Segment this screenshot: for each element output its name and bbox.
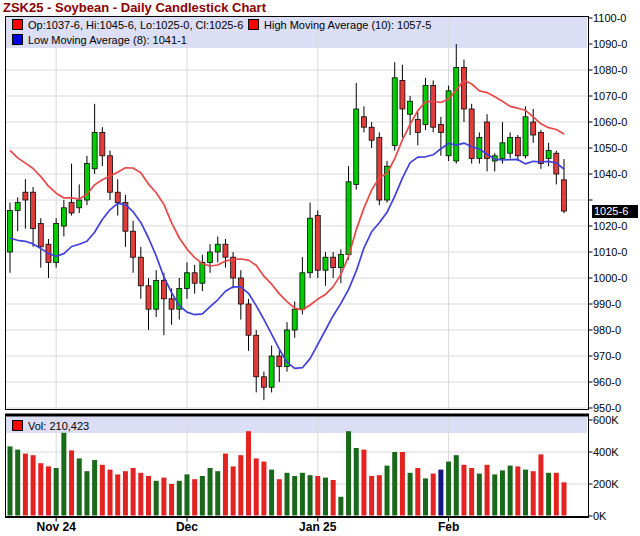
volume-bar	[238, 455, 243, 515]
volume-bar	[385, 466, 390, 516]
ohlc-legend-swatch-icon	[12, 19, 23, 30]
volume-bar	[377, 475, 382, 515]
price-axis-label: 1100-0	[593, 12, 626, 24]
volume-bar	[123, 471, 128, 515]
volume-bar	[392, 452, 397, 516]
volume-bar	[492, 474, 497, 515]
candle-up	[15, 203, 20, 211]
candle-up	[292, 309, 297, 330]
volume-bar	[277, 479, 282, 515]
volume-bar	[254, 458, 259, 515]
volume-bar	[61, 433, 66, 516]
volume-bar	[146, 476, 151, 516]
volume-bar	[323, 478, 328, 516]
volume-legend-swatch-icon	[12, 420, 23, 431]
volume-bar	[192, 479, 197, 515]
volume-bar	[38, 463, 43, 515]
volume-bar	[500, 470, 505, 515]
volume-bar	[285, 473, 290, 516]
price-axis-label: 1000-0	[593, 272, 627, 284]
volume-bar	[200, 476, 205, 516]
volume-bar	[538, 454, 543, 515]
candle-down	[361, 117, 366, 127]
candle-down	[146, 286, 151, 309]
candle-up	[208, 252, 213, 262]
low-ma-legend-entry: Low Moving Average (8): 1041-1	[12, 33, 187, 47]
candle-down	[531, 122, 536, 135]
volume-bar	[369, 476, 374, 516]
volume-axis-label: 400K	[593, 446, 619, 458]
volume-bar	[431, 474, 436, 516]
candle-down	[31, 192, 36, 228]
candle-up	[269, 356, 274, 387]
volume-axis-label: 200K	[593, 478, 619, 490]
candle-down	[331, 257, 336, 267]
volume-bar	[100, 465, 105, 516]
price-axis-label: 970-0	[593, 350, 621, 362]
candle-up	[154, 281, 159, 310]
price-axis-label: 1090-0	[593, 38, 627, 50]
candle-up	[323, 257, 328, 270]
low-ma-legend-swatch-icon	[12, 34, 23, 45]
candle-up	[354, 109, 359, 184]
candle-up	[346, 182, 351, 255]
candle-down	[131, 231, 136, 257]
candle-up	[454, 67, 459, 161]
candle-up	[184, 273, 189, 289]
candle-down	[277, 356, 282, 366]
candle-up	[508, 138, 513, 154]
volume-bar	[169, 484, 174, 516]
candlestick-chart[interactable]: 1100-01090-01080-01070-01060-01050-01040…	[0, 0, 640, 536]
candle-down	[115, 192, 120, 202]
volume-bar	[300, 473, 305, 516]
chart-window: ZSK25 - Soybean - Daily Candlestick Char…	[0, 0, 640, 536]
volume-bar	[315, 476, 320, 516]
candle-down	[38, 223, 43, 246]
candle-down	[161, 281, 166, 299]
volume-bar	[354, 448, 359, 516]
volume-bar	[115, 474, 120, 515]
candle-down	[369, 127, 374, 140]
candle-up	[92, 132, 97, 168]
candle-down	[254, 335, 259, 377]
high-ma-legend-entry: High Moving Average (10): 1057-5	[248, 18, 431, 32]
candle-down	[261, 377, 266, 387]
price-axis-label: 1040-0	[593, 168, 627, 180]
candle-down	[246, 304, 251, 335]
price-axis-label: 950-0	[593, 402, 621, 414]
candle-down	[69, 203, 74, 213]
volume-bar	[177, 481, 182, 516]
candle-up	[308, 218, 313, 273]
candle-up	[408, 101, 413, 114]
volume-bar	[15, 450, 20, 516]
volume-bar	[131, 468, 136, 516]
volume-bar	[23, 454, 28, 516]
volume-bar	[338, 497, 343, 516]
volume-bar	[108, 470, 113, 516]
candle-down	[108, 156, 113, 192]
x-axis-label: Nov 24	[36, 520, 76, 534]
volume-bar	[423, 478, 428, 515]
price-axis-label: 1070-0	[593, 90, 627, 102]
volume-axis-label: 0K	[593, 510, 607, 522]
volume-bar	[77, 458, 82, 515]
candle-up	[423, 86, 428, 125]
candle-down	[400, 80, 405, 109]
volume-bar	[261, 462, 266, 516]
volume-bar	[469, 468, 474, 516]
volume-bar	[223, 454, 228, 516]
candle-down	[538, 132, 543, 163]
x-axis-label: Feb	[438, 520, 459, 534]
volume-bar	[331, 480, 336, 516]
volume-bar	[508, 466, 513, 516]
candle-down	[138, 257, 143, 286]
candle-down	[100, 132, 105, 155]
x-axis-label: Dec	[176, 520, 198, 534]
candle-up	[8, 210, 13, 252]
volume-bar	[92, 460, 97, 516]
candle-down	[415, 119, 420, 132]
volume-bar	[346, 431, 351, 515]
pane-backgrounds	[6, 17, 589, 434]
volume-bar	[454, 455, 459, 515]
volume-bar	[408, 473, 413, 516]
